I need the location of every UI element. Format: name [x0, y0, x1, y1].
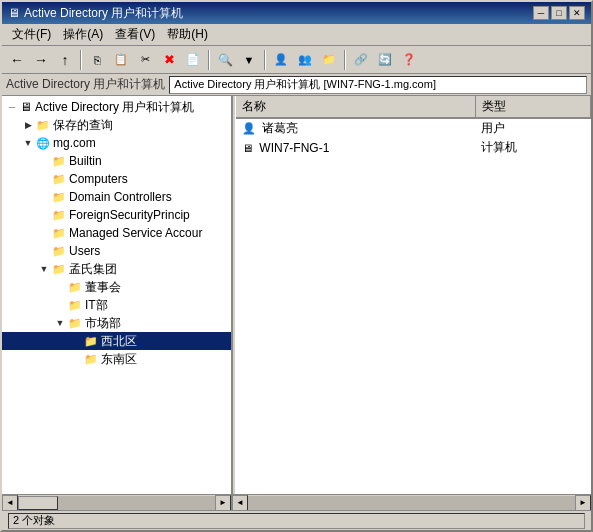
connect-button[interactable]: 🔗	[350, 49, 372, 71]
title-bar-text: Active Directory 用户和计算机	[24, 5, 183, 22]
folder-icon-users: 📁	[52, 245, 66, 258]
forward-button[interactable]: →	[30, 49, 52, 71]
properties-button[interactable]: 📄	[182, 49, 204, 71]
expander-computers	[36, 171, 52, 187]
up-button[interactable]: ↑	[54, 49, 76, 71]
content-table: 名称 类型 👤 诸葛亮 用户 🖥	[236, 96, 591, 157]
menu-action[interactable]: 操作(A)	[57, 24, 109, 45]
maximize-button[interactable]: □	[551, 6, 567, 20]
tree-node-meng-group[interactable]: ▼ 📁 孟氏集团	[2, 260, 231, 278]
scroll-right-btn[interactable]: ►	[215, 495, 231, 511]
toolbar-sep-2	[208, 50, 210, 70]
expander-se	[68, 351, 84, 367]
filter-button[interactable]: ▼	[238, 49, 260, 71]
menu-file[interactable]: 文件(F)	[6, 24, 57, 45]
tree-node-computers[interactable]: 📁 Computers	[2, 170, 231, 188]
status-text: 2 个对象	[8, 513, 585, 529]
tree-node-northwest[interactable]: 📁 西北区	[2, 332, 231, 350]
tree-panel: ─ 🖥 Active Directory 用户和计算机 ▶ 📁 保存的查询 ▼ …	[2, 96, 232, 494]
tree-label-mgcom: mg.com	[53, 136, 96, 150]
row1-type: 用户	[475, 118, 591, 138]
expander-dc	[36, 189, 52, 205]
folder-icon-builtin: 📁	[52, 155, 66, 168]
folder-icon-se: 📁	[84, 353, 98, 366]
tree-node-root[interactable]: ─ 🖥 Active Directory 用户和计算机	[2, 98, 231, 116]
cut-button[interactable]: ✂	[134, 49, 156, 71]
minimize-button[interactable]: ─	[533, 6, 549, 20]
folder-icon-market: 📁	[68, 317, 82, 330]
tree-node-builtin[interactable]: 📁 Builtin	[2, 152, 231, 170]
close-button[interactable]: ✕	[569, 6, 585, 20]
folder-icon-it: 📁	[68, 299, 82, 312]
delete-button[interactable]: ✖	[158, 49, 180, 71]
expander-it	[52, 297, 68, 313]
row1-name: 👤 诸葛亮	[236, 118, 475, 138]
tree-label-builtin: Builtin	[69, 154, 102, 168]
col-type[interactable]: 类型	[475, 96, 591, 118]
table-row[interactable]: 🖥 WIN7-FNG-1 计算机	[236, 138, 591, 157]
new-user-button[interactable]: 👤	[270, 49, 292, 71]
expander-meng: ▼	[36, 261, 52, 277]
paste-button[interactable]: 📋	[110, 49, 132, 71]
tree-node-southeast[interactable]: 📁 东南区	[2, 350, 231, 368]
tree-node-users[interactable]: 📁 Users	[2, 242, 231, 260]
tree-node-market[interactable]: ▼ 📁 市场部	[2, 314, 231, 332]
expander-managed	[36, 225, 52, 241]
ad-icon: 🖥	[20, 100, 32, 114]
folder-icon-meng: 📁	[52, 263, 66, 276]
left-tree-scroll: ◄ ►	[2, 495, 232, 511]
expander-foreign	[36, 207, 52, 223]
back-button[interactable]: ←	[6, 49, 28, 71]
toolbar: ← → ↑ ⎘ 📋 ✂ ✖ 📄 🔍 ▼ 👤 👥 📁 🔗 🔄 ❓	[2, 46, 591, 74]
menu-view[interactable]: 查看(V)	[109, 24, 161, 45]
col-name[interactable]: 名称	[236, 96, 475, 118]
window-frame: 🖥 Active Directory 用户和计算机 ─ □ ✕ 文件(F) 操作…	[0, 0, 593, 532]
new-ou-button[interactable]: 📁	[318, 49, 340, 71]
tree-node-managed[interactable]: 📁 Managed Service Accour	[2, 224, 231, 242]
main-panels: ─ 🖥 Active Directory 用户和计算机 ▶ 📁 保存的查询 ▼ …	[2, 96, 591, 494]
scroll-left-btn2[interactable]: ◄	[232, 495, 248, 511]
scroll-thumb-tree[interactable]	[18, 496, 58, 510]
tree-label-southeast: 东南区	[101, 351, 137, 368]
domain-icon-mgcom: 🌐	[36, 137, 50, 150]
status-bar: 2 个对象	[2, 510, 591, 530]
tree-label-users: Users	[69, 244, 100, 258]
expander-builtin	[36, 153, 52, 169]
expander-nw	[68, 333, 84, 349]
refresh-button[interactable]: 🔄	[374, 49, 396, 71]
tree-node-foreign[interactable]: 📁 ForeignSecurityPrincip	[2, 206, 231, 224]
tree-node-saved-queries[interactable]: ▶ 📁 保存的查询	[2, 116, 231, 134]
tree-node-board[interactable]: 📁 董事会	[2, 278, 231, 296]
new-group-button[interactable]: 👥	[294, 49, 316, 71]
tree-label-northwest: 西北区	[101, 333, 137, 350]
tree-label-market: 市场部	[85, 315, 121, 332]
tree-label-computers: Computers	[69, 172, 128, 186]
menu-help[interactable]: 帮助(H)	[161, 24, 214, 45]
title-bar: 🖥 Active Directory 用户和计算机 ─ □ ✕	[2, 2, 591, 24]
scroll-left-btn[interactable]: ◄	[2, 495, 18, 511]
scroll-track-content	[248, 496, 575, 510]
folder-icon-managed: 📁	[52, 227, 66, 240]
expander-market: ▼	[52, 315, 68, 331]
copy-button[interactable]: ⎘	[86, 49, 108, 71]
row2-type: 计算机	[475, 138, 591, 157]
toolbar-sep-1	[80, 50, 82, 70]
tree-label-foreign: ForeignSecurityPrincip	[69, 208, 190, 222]
expander-saved: ▶	[20, 117, 36, 133]
folder-icon-board: 📁	[68, 281, 82, 294]
folder-icon-nw: 📁	[84, 335, 98, 348]
tree-node-domain-controllers[interactable]: 📁 Domain Controllers	[2, 188, 231, 206]
address-bar: Active Directory 用户和计算机	[2, 74, 591, 96]
scroll-right-btn2[interactable]: ►	[575, 495, 591, 511]
help-button[interactable]: ❓	[398, 49, 420, 71]
row2-name: 🖥 WIN7-FNG-1	[236, 138, 475, 157]
expander-board	[52, 279, 68, 295]
title-bar-buttons: ─ □ ✕	[533, 6, 585, 20]
tree-node-it[interactable]: 📁 IT部	[2, 296, 231, 314]
tree-node-mgcom[interactable]: ▼ 🌐 mg.com	[2, 134, 231, 152]
computer-icon: 🖥	[242, 142, 253, 154]
find-button[interactable]: 🔍	[214, 49, 236, 71]
table-row[interactable]: 👤 诸葛亮 用户	[236, 118, 591, 138]
address-input[interactable]	[169, 76, 587, 94]
user-icon: 👤	[242, 122, 256, 134]
